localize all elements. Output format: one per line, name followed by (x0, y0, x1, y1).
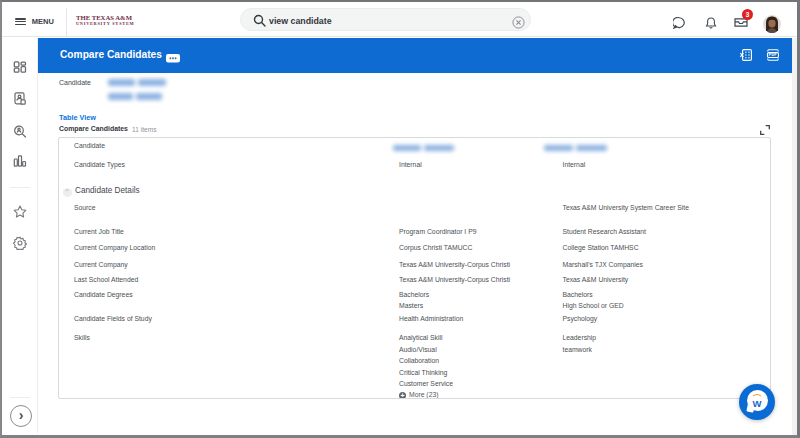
svg-text:PDF: PDF (769, 53, 778, 57)
